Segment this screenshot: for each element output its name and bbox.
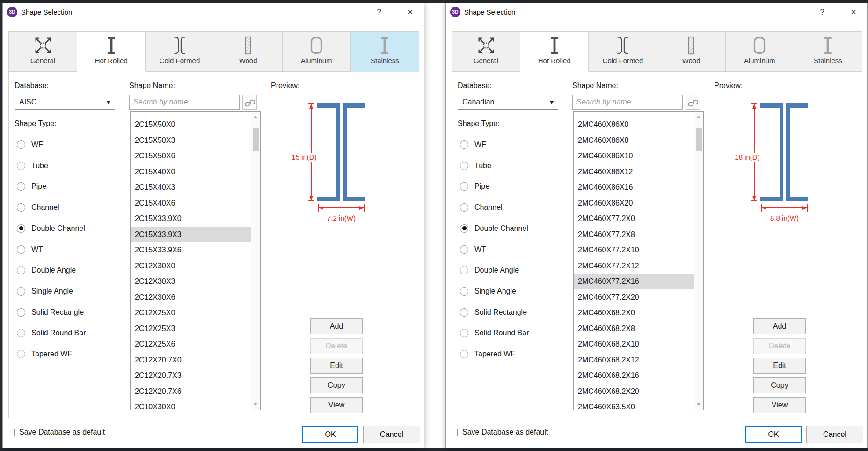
tab-wood[interactable]: Wood xyxy=(214,32,283,72)
radio-button[interactable] xyxy=(460,162,468,170)
list-item[interactable]: 2C12X30X6 xyxy=(131,289,251,305)
list-item[interactable]: 2MC460X86X16 xyxy=(574,179,694,195)
list-item[interactable]: 2MC460X68.2X12 xyxy=(574,352,694,368)
list-item[interactable]: 2C12X20.7X6 xyxy=(131,384,251,399)
search-input[interactable] xyxy=(572,95,683,110)
list-item[interactable]: 2MC460X86X8 xyxy=(574,133,694,148)
list-item[interactable]: 2C15X33.9X6 xyxy=(131,242,251,258)
list-item[interactable]: 2MC460X68.2X8 xyxy=(574,321,694,337)
list-item[interactable]: 2C12X20.7X0 xyxy=(131,352,251,368)
list-item[interactable]: 2C12X25X6 xyxy=(131,336,251,352)
radio-button[interactable] xyxy=(460,224,468,233)
scrollbar[interactable] xyxy=(694,112,703,410)
save-default-option[interactable]: Save Database as default xyxy=(7,427,105,438)
add-button[interactable]: Add xyxy=(310,318,363,334)
shape-type-option-solid-round-bar[interactable]: Solid Round Bar xyxy=(17,328,86,338)
shape-type-option-double-channel[interactable]: Double Channel xyxy=(17,223,85,234)
scroll-up-icon[interactable] xyxy=(251,113,260,122)
shape-type-option-tapered-wf[interactable]: Tapered WF xyxy=(17,349,72,359)
list-item[interactable]: 2C15X40X3 xyxy=(131,179,251,195)
edit-button[interactable]: Edit xyxy=(310,358,363,374)
browse-button[interactable] xyxy=(686,95,700,110)
shape-type-option-wf[interactable]: WF xyxy=(17,140,43,150)
radio-button[interactable] xyxy=(17,350,25,358)
ok-button[interactable]: OK xyxy=(302,426,358,443)
tab-stainless[interactable]: Stainless xyxy=(794,32,862,72)
radio-button[interactable] xyxy=(460,287,468,296)
radio-button[interactable] xyxy=(17,162,25,170)
list-item[interactable]: 2MC460X77.2X12 xyxy=(574,258,694,274)
tab-aluminum[interactable]: Aluminum xyxy=(726,32,794,72)
shape-type-option-single-angle[interactable]: Single Angle xyxy=(460,286,516,296)
list-item[interactable]: 2MC460X77.2X10 xyxy=(574,242,694,258)
radio-button[interactable] xyxy=(460,329,468,337)
tab-cold-formed[interactable]: Cold Formed xyxy=(146,32,214,72)
shape-type-option-single-angle[interactable]: Single Angle xyxy=(17,286,73,296)
shape-name-list-box[interactable]: 2C15X50X02C15X50X32C15X50X62C15X40X02C15… xyxy=(130,111,261,410)
database-dropdown[interactable]: Canadian xyxy=(458,95,558,110)
list-item[interactable]: 2MC460X77.2X20 xyxy=(574,289,694,305)
view-button[interactable]: View xyxy=(753,397,806,413)
scrollbar-thumb[interactable] xyxy=(253,128,259,151)
list-item[interactable]: 2MC460X77.2X0 xyxy=(574,211,694,227)
help-button[interactable]: ? xyxy=(815,3,830,21)
list-item[interactable]: 2MC460X86X0 xyxy=(574,117,694,133)
list-item[interactable]: 2MC460X77.2X8 xyxy=(574,227,694,243)
shape-type-option-double-channel[interactable]: Double Channel xyxy=(460,223,528,234)
scroll-down-icon[interactable] xyxy=(694,400,703,408)
scrollbar-thumb[interactable] xyxy=(696,128,702,151)
shape-type-option-pipe[interactable]: Pipe xyxy=(460,181,489,192)
shape-type-option-channel[interactable]: Channel xyxy=(460,202,503,213)
list-item[interactable]: 2MC460X68.2X20 xyxy=(574,384,694,399)
list-item[interactable]: 2C12X25X3 xyxy=(131,321,251,337)
shape-type-option-channel[interactable]: Channel xyxy=(17,202,59,213)
radio-button[interactable] xyxy=(17,308,25,317)
radio-button[interactable] xyxy=(460,308,468,317)
list-item[interactable]: 2C15X33.9X0 xyxy=(131,211,251,227)
list-item[interactable]: 2C15X50X3 xyxy=(131,133,251,148)
radio-button[interactable] xyxy=(17,329,25,337)
tab-wood[interactable]: Wood xyxy=(657,32,726,72)
radio-button[interactable] xyxy=(460,140,468,149)
ok-button[interactable]: OK xyxy=(745,426,802,443)
list-item[interactable]: 2C12X25X0 xyxy=(131,305,251,321)
cancel-button[interactable]: Cancel xyxy=(363,426,420,443)
shape-type-option-solid-round-bar[interactable]: Solid Round Bar xyxy=(460,328,529,338)
shape-type-option-tube[interactable]: Tube xyxy=(460,161,491,171)
list-item[interactable]: 2MC460X63.5X0 xyxy=(574,399,694,410)
scrollbar[interactable] xyxy=(251,112,260,410)
titlebar[interactable]: 3D Shape Selection ? ✕ xyxy=(446,3,867,21)
database-dropdown[interactable]: AISC xyxy=(15,95,115,110)
shape-type-option-wt[interactable]: WT xyxy=(17,244,43,255)
radio-button[interactable] xyxy=(460,203,468,212)
radio-button[interactable] xyxy=(17,140,25,149)
shape-name-list-box[interactable]: 2MC460X86X02MC460X86X82MC460X86X102MC460… xyxy=(573,111,704,410)
list-item[interactable]: 2MC460X68.2X10 xyxy=(574,336,694,352)
shape-type-option-tapered-wf[interactable]: Tapered WF xyxy=(460,349,515,359)
delete-button[interactable]: Delete xyxy=(310,338,363,354)
tab-general[interactable]: General xyxy=(9,32,77,72)
titlebar[interactable]: 3D Shape Selection ? ✕ xyxy=(3,3,424,21)
list-item[interactable]: 2C15X40X0 xyxy=(131,164,251,180)
radio-button[interactable] xyxy=(17,203,25,212)
save-default-option[interactable]: Save Database as default xyxy=(450,427,548,438)
add-button[interactable]: Add xyxy=(753,318,806,334)
shape-type-option-wt[interactable]: WT xyxy=(460,244,486,255)
list-item[interactable]: 2MC460X77.2X16 xyxy=(574,274,694,289)
radio-button[interactable] xyxy=(17,287,25,296)
cancel-button[interactable]: Cancel xyxy=(806,426,863,443)
shape-type-option-tube[interactable]: Tube xyxy=(17,161,48,171)
list-item[interactable]: 2MC460X86X20 xyxy=(574,195,694,211)
tab-cold-formed[interactable]: Cold Formed xyxy=(589,32,657,72)
shape-type-option-double-angle[interactable]: Double Angle xyxy=(460,265,519,275)
shape-type-option-double-angle[interactable]: Double Angle xyxy=(17,265,76,275)
close-icon[interactable]: ✕ xyxy=(401,3,419,21)
shape-type-option-pipe[interactable]: Pipe xyxy=(17,181,46,192)
list-item[interactable]: 2MC460X68.2X0 xyxy=(574,305,694,321)
list-item[interactable]: 2C15X50X0 xyxy=(131,117,251,133)
copy-button[interactable]: Copy xyxy=(310,377,363,393)
view-button[interactable]: View xyxy=(310,397,363,413)
list-item[interactable]: 2MC460X68.2X16 xyxy=(574,368,694,384)
list-item[interactable]: 2C15X50X6 xyxy=(131,148,251,164)
browse-button[interactable] xyxy=(242,95,257,110)
